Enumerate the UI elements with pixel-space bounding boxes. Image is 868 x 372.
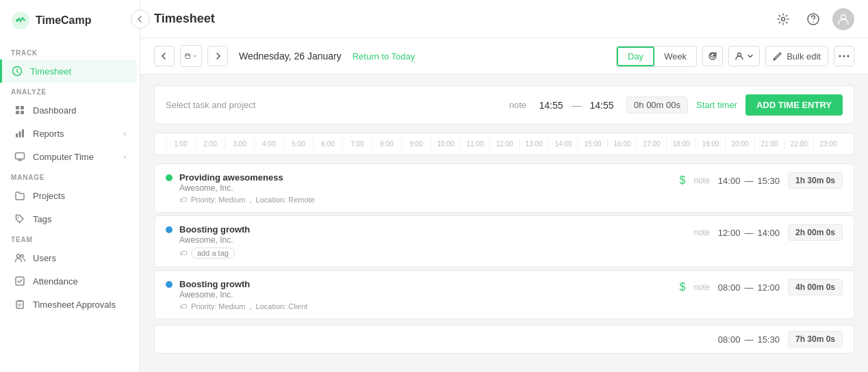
entry-start-2[interactable]: 12:00 bbox=[718, 228, 741, 238]
prev-day-button[interactable] bbox=[154, 46, 175, 66]
svg-point-16 bbox=[782, 17, 785, 21]
timeline-hour: 8:00 bbox=[372, 139, 401, 149]
timeline-hour: 1:00 bbox=[166, 139, 195, 149]
timeline-hour: 6:00 bbox=[313, 139, 342, 149]
entry-note-3[interactable]: note bbox=[694, 282, 710, 292]
entry-note-1[interactable]: note bbox=[694, 176, 710, 185]
tag-icon bbox=[14, 213, 26, 225]
calendar-button[interactable] bbox=[181, 46, 201, 66]
svg-point-13 bbox=[21, 255, 24, 258]
time-input-group: — bbox=[535, 100, 618, 111]
table-row: Boosting growth Awesome, Inc. 🏷 Priority… bbox=[154, 270, 854, 319]
timeline-hour: 3:00 bbox=[225, 139, 254, 149]
logo-text: TimeCamp bbox=[36, 14, 92, 27]
entry-actions-3: $ note 08:00 — 12:00 4h 00m 0s bbox=[680, 279, 843, 295]
bulk-edit-button[interactable]: Bulk edit bbox=[765, 46, 828, 66]
sidebar-item-attendance[interactable]: Attendance bbox=[3, 269, 137, 293]
entry-actions-2: note 12:00 — 14:00 2h 00m 0s bbox=[694, 224, 843, 241]
header-actions bbox=[772, 8, 854, 30]
sidebar-item-reports[interactable]: Reports › bbox=[3, 122, 137, 145]
sidebar-item-dashboard[interactable]: Dashboard bbox=[3, 98, 137, 122]
svg-rect-20 bbox=[186, 54, 190, 58]
entry-dot-1 bbox=[166, 174, 173, 181]
person-filter-button[interactable] bbox=[728, 46, 760, 66]
entry-tag-label-2[interactable]: add a tag bbox=[191, 248, 235, 258]
table-row: Providing awesomeness Awesome, Inc. 🏷 Pr… bbox=[154, 163, 854, 213]
section-label-team: TEAM bbox=[0, 230, 140, 246]
sidebar-item-label-attendance: Attendance bbox=[33, 276, 126, 287]
section-label-manage: MANAGE bbox=[0, 168, 140, 184]
start-timer-button[interactable]: Start timer bbox=[696, 100, 737, 110]
timeline-hour: 2:00 bbox=[195, 139, 225, 149]
entry-meta-1: 🏷 Priority: Medium , Location: Remote bbox=[179, 196, 673, 204]
sidebar-item-timesheet[interactable]: Timesheet bbox=[0, 59, 137, 83]
next-day-button[interactable] bbox=[207, 46, 228, 66]
entry-times-1: 14:00 — 15:30 bbox=[718, 176, 780, 186]
chevron-right-icon-2: › bbox=[123, 152, 126, 161]
tag-icon-3: 🏷 bbox=[179, 302, 187, 310]
current-date: Wednesday, 26 January bbox=[239, 51, 342, 62]
help-button[interactable] bbox=[802, 8, 824, 30]
monitor-icon bbox=[14, 150, 26, 163]
timeline-hour: 10:00 bbox=[431, 139, 460, 149]
entry-name-1[interactable]: Providing awesomeness bbox=[179, 172, 673, 183]
note-link[interactable]: note bbox=[509, 100, 526, 110]
timeline-hour: 5:00 bbox=[283, 139, 313, 149]
svg-rect-4 bbox=[21, 106, 24, 109]
content-area: Select task and project note — 0h 00m 00… bbox=[140, 75, 868, 372]
return-today-link[interactable]: Return to Today bbox=[353, 51, 416, 62]
entry-name-2[interactable]: Boosting growth bbox=[179, 224, 687, 235]
sidebar-item-label-timesheet-approvals: Timesheet Approvals bbox=[33, 300, 126, 310]
sidebar-item-timesheet-approvals[interactable]: Timesheet Approvals bbox=[3, 293, 137, 316]
entry-duration-3: 4h 00m 0s bbox=[788, 279, 843, 295]
sidebar-item-users[interactable]: Users bbox=[3, 246, 137, 269]
page-title: Timesheet bbox=[154, 12, 215, 26]
svg-point-1 bbox=[16, 19, 18, 22]
settings-button[interactable] bbox=[772, 8, 794, 30]
timeline-hour: 16:00 bbox=[607, 139, 637, 149]
entry-end-3[interactable]: 12:00 bbox=[757, 282, 780, 293]
entry-priority-1: Priority: Medium bbox=[191, 196, 245, 204]
timeline-hour: 19:00 bbox=[695, 139, 725, 149]
svg-rect-10 bbox=[16, 153, 25, 159]
entry-start-1[interactable]: 14:00 bbox=[718, 176, 741, 186]
duration-badge: 0h 00m 00s bbox=[626, 96, 688, 114]
entry-company-3: Awesome, Inc. bbox=[179, 290, 673, 300]
entry-times-2: 12:00 — 14:00 bbox=[718, 228, 780, 238]
entry-start-3[interactable]: 08:00 bbox=[718, 282, 741, 293]
time-start-input[interactable] bbox=[535, 100, 567, 111]
add-time-entry-button[interactable]: ADD TIME ENTRY bbox=[745, 94, 843, 116]
week-view-button[interactable]: Week bbox=[654, 46, 696, 66]
day-view-button[interactable]: Day bbox=[617, 46, 654, 66]
time-dash-1: — bbox=[744, 176, 753, 186]
svg-rect-9 bbox=[22, 129, 24, 137]
entry-dot-2 bbox=[166, 226, 173, 233]
select-task-placeholder[interactable]: Select task and project bbox=[166, 100, 501, 110]
time-end-input[interactable] bbox=[585, 100, 618, 111]
timeline-hour: 7:00 bbox=[342, 139, 372, 149]
svg-point-18 bbox=[813, 21, 814, 23]
entry-priority-3: Priority: Medium bbox=[191, 302, 245, 310]
sidebar-item-projects[interactable]: Projects bbox=[3, 184, 137, 207]
billing-icon-1: $ bbox=[680, 174, 686, 187]
total-row: 08:00 — 15:30 7h 30m 0s bbox=[154, 325, 854, 354]
sidebar-item-computer-time[interactable]: Computer Time › bbox=[3, 145, 137, 168]
avatar[interactable] bbox=[832, 8, 854, 30]
date-navigator bbox=[180, 45, 202, 67]
entry-dot-3 bbox=[166, 281, 173, 288]
entry-end-1[interactable]: 15:30 bbox=[757, 176, 780, 186]
entry-name-3[interactable]: Boosting growth bbox=[179, 279, 673, 289]
entry-end-2[interactable]: 14:00 bbox=[757, 228, 780, 238]
timeline-hour: 23:00 bbox=[813, 139, 843, 149]
more-options-button[interactable] bbox=[834, 46, 854, 66]
svg-rect-6 bbox=[21, 111, 24, 114]
sidebar-item-tags[interactable]: Tags bbox=[3, 207, 137, 230]
svg-point-24 bbox=[847, 55, 850, 57]
bar-chart-icon bbox=[14, 127, 26, 140]
svg-rect-5 bbox=[16, 111, 19, 114]
refresh-button[interactable] bbox=[702, 46, 723, 66]
svg-point-23 bbox=[843, 55, 845, 57]
svg-rect-7 bbox=[16, 133, 18, 137]
entry-note-2[interactable]: note bbox=[694, 228, 710, 237]
sidebar-collapse-button[interactable] bbox=[131, 10, 150, 29]
